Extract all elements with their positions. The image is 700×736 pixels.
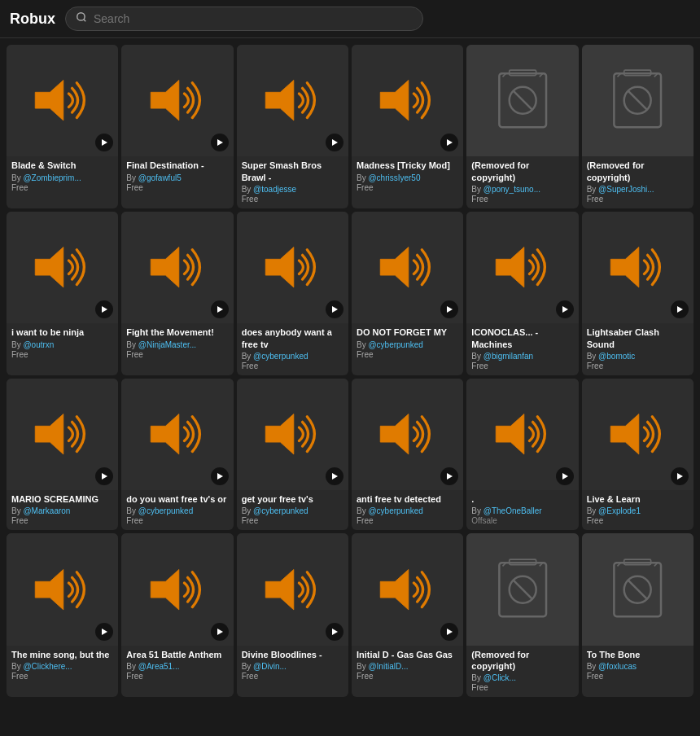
svg-marker-34 <box>36 414 64 454</box>
audio-card[interactable]: anti free tv detected By @cyberpunked Fr… <box>352 379 463 531</box>
audio-card[interactable]: does anybody want a free tv By @cyberpun… <box>237 212 348 375</box>
audio-card[interactable]: DO NOT FORGET MY By @cyberpunked Free <box>352 212 463 375</box>
card-price: Free <box>242 672 343 681</box>
play-button[interactable] <box>211 467 229 485</box>
card-thumbnail <box>7 533 118 645</box>
card-author: By @Markaaron <box>11 506 113 515</box>
audio-card[interactable]: Lightsaber Clash Sound By @bomotic Free <box>582 212 693 375</box>
card-price: Free <box>587 516 689 525</box>
card-thumbnail <box>237 45 348 156</box>
svg-marker-48 <box>151 569 179 609</box>
card-title: (Removed for copyright) <box>587 160 689 183</box>
play-button[interactable] <box>440 300 458 318</box>
play-button[interactable] <box>556 467 574 485</box>
play-button[interactable] <box>440 623 458 641</box>
card-thumbnail <box>237 379 348 490</box>
audio-card[interactable]: MARIO SCREAMING By @Markaaron Free <box>7 379 118 531</box>
audio-card[interactable]: (Removed for copyright) By @Click... Fre… <box>466 533 578 697</box>
play-button[interactable] <box>211 623 229 641</box>
audio-card[interactable]: ICONOCLAS... - Machines By @bigmilanfan … <box>466 212 578 375</box>
card-author: By @Explode1 <box>587 506 689 515</box>
play-button[interactable] <box>95 623 113 641</box>
svg-line-1 <box>84 20 86 22</box>
card-author: By @TheOneBaller <box>471 506 573 515</box>
audio-card[interactable]: Fight the Movement! By @NinjaMaster... F… <box>121 212 233 375</box>
audio-card[interactable]: The mine song, but the By @Clickhere... … <box>7 533 118 697</box>
audio-card[interactable]: get your free tv's By @cyberpunked Free <box>237 379 348 531</box>
audio-card[interactable]: (Removed for copyright) By @SuperJoshi..… <box>582 45 693 208</box>
card-price: Free <box>126 672 228 681</box>
svg-marker-8 <box>381 81 409 120</box>
card-author: By @cyberpunked <box>242 506 343 515</box>
audio-card[interactable]: Final Destination - By @gofawful5 Free <box>121 45 233 208</box>
card-author: By @Zombieprim... <box>11 173 113 182</box>
play-button[interactable] <box>326 467 343 485</box>
card-thumbnail <box>352 212 463 323</box>
svg-marker-27 <box>332 306 338 313</box>
card-thumbnail <box>7 45 118 156</box>
audio-card[interactable]: Divine Bloodlines - By @Divin... Free <box>237 533 348 697</box>
play-button[interactable] <box>326 300 343 318</box>
audio-card[interactable]: Initial D - Gas Gas Gas By @InitialD... … <box>352 533 463 697</box>
play-button[interactable] <box>440 467 458 485</box>
card-price: Free <box>126 183 228 192</box>
svg-marker-23 <box>102 306 107 313</box>
svg-marker-29 <box>447 306 453 313</box>
search-input[interactable] <box>94 12 413 25</box>
play-button[interactable] <box>326 134 343 151</box>
card-title: DO NOT FORGET MY <box>357 326 458 338</box>
audio-card[interactable]: Blade & Switch By @Zombieprim... Free <box>7 45 118 208</box>
play-button[interactable] <box>211 134 229 151</box>
audio-card[interactable]: . By @TheOneBaller Offsale <box>466 379 578 531</box>
card-title: The mine song, but the <box>11 649 113 660</box>
card-info: i want to be ninja By @outrxn Free <box>7 323 118 363</box>
audio-card[interactable]: Madness [Tricky Mod] By @chrissIyer50 Fr… <box>352 45 463 208</box>
card-author: By @bigmilanfan <box>471 352 573 361</box>
card-price: Free <box>11 516 113 525</box>
card-title: (Removed for copyright) <box>471 160 573 183</box>
card-info: Lightsaber Clash Sound By @bomotic Free <box>582 323 693 375</box>
play-button[interactable] <box>95 134 113 151</box>
svg-marker-31 <box>562 306 568 313</box>
audio-card[interactable]: Live & Learn By @Explode1 Free <box>582 379 693 531</box>
card-author: By @outrxn <box>11 340 113 349</box>
audio-grid: Blade & Switch By @Zombieprim... Free Fi… <box>0 38 700 703</box>
card-thumbnail <box>582 379 693 490</box>
svg-marker-46 <box>36 569 64 609</box>
play-button[interactable] <box>671 467 689 485</box>
audio-card[interactable]: i want to be ninja By @outrxn Free <box>7 212 118 375</box>
search-icon <box>76 11 87 26</box>
card-thumbnail <box>7 212 118 323</box>
svg-marker-50 <box>265 569 294 609</box>
card-info: Madness [Tricky Mod] By @chrissIyer50 Fr… <box>352 156 463 196</box>
audio-card[interactable]: To The Bone By @foxlucas Free <box>582 533 693 697</box>
card-author: By @bomotic <box>587 352 689 361</box>
card-price: Free <box>357 672 458 681</box>
play-button[interactable] <box>326 623 343 641</box>
card-title: Lightsaber Clash Sound <box>587 326 689 350</box>
play-button[interactable] <box>440 134 458 151</box>
play-button[interactable] <box>95 467 113 485</box>
svg-marker-52 <box>381 569 409 609</box>
play-button[interactable] <box>556 300 574 318</box>
audio-card[interactable]: do you want free tv's or By @cyberpunked… <box>121 379 233 531</box>
card-info: Initial D - Gas Gas Gas By @InitialD... … <box>352 646 463 686</box>
svg-marker-43 <box>562 473 568 480</box>
svg-marker-3 <box>102 139 107 146</box>
audio-card[interactable]: Super Smash Bros Brawl - By @toadjesse F… <box>237 45 348 208</box>
card-author: By @cyberpunked <box>242 352 343 361</box>
card-title: MARIO SCREAMING <box>11 493 113 505</box>
card-info: does anybody want a free tv By @cyberpun… <box>237 323 348 375</box>
card-thumbnail <box>7 379 118 490</box>
card-thumbnail <box>121 379 233 490</box>
svg-marker-2 <box>36 81 64 120</box>
audio-card[interactable]: Area 51 Battle Anthem By @Area51... Free <box>121 533 233 697</box>
audio-card[interactable]: (Removed for copyright) By @pony_tsuno..… <box>466 45 578 208</box>
play-button[interactable] <box>671 300 689 318</box>
search-bar[interactable] <box>65 7 423 31</box>
play-button[interactable] <box>95 300 113 318</box>
svg-line-18 <box>628 91 647 110</box>
card-author: By @foxlucas <box>587 662 689 671</box>
card-author: By @Clickhere... <box>11 662 113 671</box>
play-button[interactable] <box>211 300 229 318</box>
